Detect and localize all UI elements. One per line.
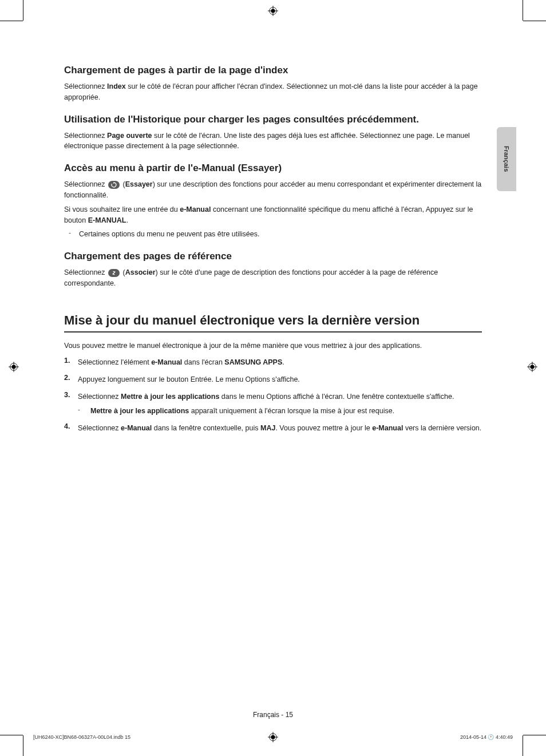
text-bold: Page ouverte — [107, 132, 152, 140]
text: dans le menu Options affiché à l'écran. … — [219, 393, 454, 401]
try-icon — [108, 181, 120, 189]
link-icon — [108, 269, 120, 277]
list-item: 4. Sélectionnez e-Manual dans la fenêtre… — [64, 422, 482, 434]
bullet-dash: - — [78, 406, 90, 417]
section-heading: Accès au menu à partir de l'e-Manual (Es… — [64, 162, 482, 175]
bullet-item: - Certaines options du menu ne peuvent p… — [69, 229, 482, 240]
text: Sélectionnez — [64, 268, 107, 276]
list-text: Sélectionnez e-Manual dans la fenêtre co… — [78, 422, 481, 434]
main-heading: Mise à jour du manuel électronique vers … — [64, 313, 482, 333]
text: apparaît uniquement à l'écran lorsque la… — [189, 407, 394, 415]
crop-mark — [23, 735, 23, 756]
paragraph: Sélectionnez (Essayer) sur une descripti… — [64, 179, 482, 201]
bullet-text: Certaines options du menu ne peuvent pas… — [79, 229, 259, 240]
paragraph: Sélectionnez (Associer) sur le côté d'un… — [64, 267, 482, 289]
list-item: 3. Sélectionnez Mettre à jour les applic… — [64, 391, 482, 402]
text: Sélectionnez — [64, 132, 107, 140]
text: Sélectionnez — [64, 82, 107, 90]
text-bold: Mettre à jour les applications — [90, 407, 189, 415]
text: Sélectionnez — [64, 180, 107, 188]
text-bold: e-Manual — [121, 424, 152, 432]
text-bold: E-MANUAL — [88, 216, 126, 224]
text-bold: e-Manual — [372, 424, 403, 432]
list-item: 1. Sélectionnez l'élément e-Manual dans … — [64, 357, 482, 368]
text-bold: MAJ — [260, 424, 275, 432]
paragraph: Sélectionnez Page ouverte sur le côté de… — [64, 130, 482, 152]
crop-mark — [523, 21, 546, 21]
list-item: 2. Appuyez longuement sur le bouton Entr… — [64, 374, 482, 385]
text-bold: e-Manual — [180, 205, 211, 213]
page-content: Chargement de pages à partir de la page … — [64, 64, 482, 434]
sub-bullet-item: - Mettre à jour les applications apparaî… — [78, 406, 482, 417]
registration-mark-icon — [268, 6, 278, 16]
list-text: Appuyez longuement sur le bouton Entrée.… — [78, 374, 300, 385]
text: Sélectionnez — [78, 424, 121, 432]
text: sur le côté de l'écran pour afficher l'é… — [64, 82, 478, 101]
text-bold: Index — [107, 82, 126, 90]
language-tab: Français — [497, 127, 516, 191]
registration-mark-icon — [527, 362, 537, 372]
paragraph: Si vous souhaitez lire une entrée du e-M… — [64, 204, 482, 226]
text: Sélectionnez l'élément — [78, 358, 151, 366]
crop-mark — [523, 735, 523, 756]
page-number: Français - 15 — [0, 711, 546, 719]
bullet-dash: - — [69, 229, 79, 240]
footer-date: 2014-05-14 — [460, 734, 488, 740]
text-bold: Essayer — [125, 180, 153, 188]
list-number: 4. — [64, 422, 78, 434]
text: dans l'écran — [182, 358, 224, 366]
crop-mark — [23, 0, 23, 21]
clock-icon: 🕐 — [488, 734, 494, 740]
registration-mark-icon — [9, 362, 19, 372]
footer-time: 4:40:49 — [496, 734, 513, 740]
text: . — [126, 216, 128, 224]
paragraph: Sélectionnez Index sur le côté de l'écra… — [64, 81, 482, 103]
text-bold: SAMSUNG APPS — [224, 358, 282, 366]
list-number: 2. — [64, 374, 78, 385]
footer-filename: [UH6240-XC]BN68-06327A-00L04.indb 15 — [33, 734, 130, 740]
section-heading: Chargement des pages de référence — [64, 250, 482, 263]
text: Sélectionnez — [78, 393, 121, 401]
section-heading: Chargement de pages à partir de la page … — [64, 64, 482, 77]
text: . Vous pouvez mettre à jour le — [275, 424, 372, 432]
text-bold: Associer — [125, 268, 156, 276]
text: vers la dernière version. — [403, 424, 481, 432]
crop-mark — [523, 0, 523, 21]
text-bold: Mettre à jour les applications — [121, 393, 219, 401]
text: . — [282, 358, 284, 366]
section-heading: Utilisation de l'Historique pour charger… — [64, 113, 482, 126]
registration-mark-icon — [268, 732, 278, 742]
text: ) sur le côté d'une page de description … — [64, 268, 438, 287]
crop-mark — [0, 21, 23, 21]
bullet-text: Mettre à jour les applications apparaît … — [90, 406, 394, 417]
list-number: 3. — [64, 391, 78, 402]
list-number: 1. — [64, 357, 78, 368]
language-tab-label: Français — [503, 146, 510, 172]
crop-mark — [523, 735, 546, 735]
list-text: Sélectionnez l'élément e-Manual dans l'é… — [78, 357, 284, 368]
list-text: Sélectionnez Mettre à jour les applicati… — [78, 391, 454, 402]
text: Si vous souhaitez lire une entrée du — [64, 205, 180, 213]
crop-mark — [0, 735, 23, 735]
text-bold: e-Manual — [151, 358, 182, 366]
footer-timestamp: 2014-05-14 🕐 4:40:49 — [460, 734, 513, 740]
paragraph: Vous pouvez mettre le manuel électroniqu… — [64, 341, 482, 351]
text: dans la fenêtre contextuelle, puis — [152, 424, 260, 432]
